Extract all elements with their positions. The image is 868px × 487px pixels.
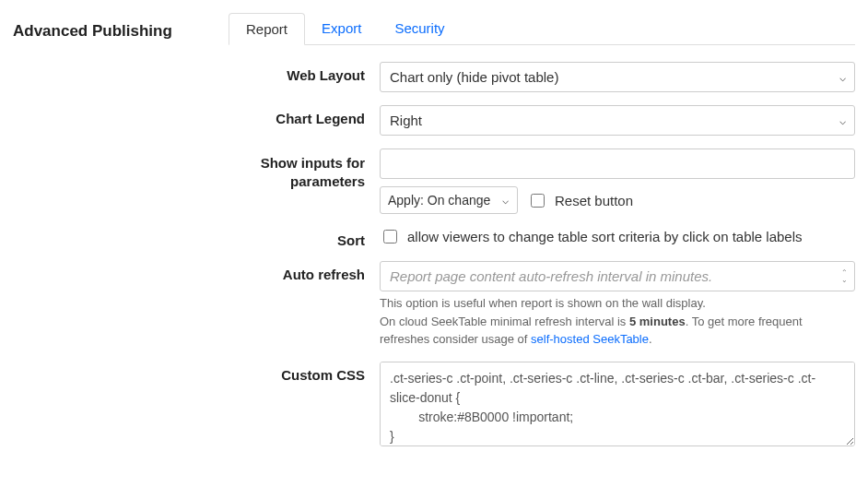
auto-refresh-input[interactable] <box>380 261 855 291</box>
reset-button-label: Reset button <box>555 191 633 210</box>
custom-css-textarea[interactable] <box>380 362 855 446</box>
web-layout-label: Web Layout <box>13 62 380 83</box>
chart-legend-label: Chart Legend <box>13 105 380 126</box>
sort-label: Sort <box>13 227 380 248</box>
custom-css-label: Custom CSS <box>13 362 380 383</box>
apply-mode-select[interactable]: Apply: On change <box>380 186 518 214</box>
self-hosted-link[interactable]: self-hosted SeekTable <box>531 332 649 346</box>
number-spinner-icon[interactable]: ⌃⌄ <box>841 269 848 284</box>
reset-button-checkbox[interactable] <box>531 194 545 208</box>
web-layout-select[interactable]: Chart only (hide pivot table) <box>380 62 855 92</box>
show-inputs-label: Show inputs for parameters <box>13 148 380 192</box>
auto-refresh-label: Auto refresh <box>13 261 380 282</box>
auto-refresh-help: This option is useful when report is sho… <box>380 294 855 349</box>
tabs: Report Export Security <box>229 13 462 44</box>
tab-export[interactable]: Export <box>305 13 378 44</box>
chart-legend-select[interactable]: Right <box>380 105 855 136</box>
section-title: Advanced Publishing <box>13 22 229 41</box>
show-inputs-input[interactable] <box>380 148 855 179</box>
tab-security[interactable]: Security <box>378 13 461 44</box>
sort-allow-label: allow viewers to change table sort crite… <box>407 227 803 246</box>
sort-allow-checkbox[interactable] <box>383 230 397 244</box>
tab-report[interactable]: Report <box>229 13 305 45</box>
